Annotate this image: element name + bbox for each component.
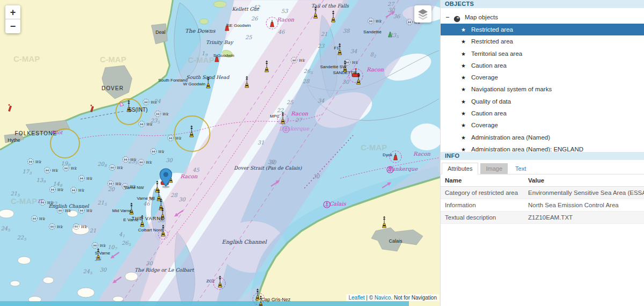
depth-sounding: 25 bbox=[245, 34, 252, 40]
column-header-name: Name bbox=[441, 174, 524, 187]
place-label: Colbart Nord bbox=[138, 228, 162, 232]
sea-area-label: English Channel bbox=[48, 203, 89, 209]
leaflet-link[interactable]: Leaflet bbox=[348, 295, 364, 301]
depth-sounding: 34 bbox=[350, 48, 357, 54]
svg-text:Wk: Wk bbox=[86, 209, 93, 213]
objects-tree-item[interactable]: ★Caution area bbox=[441, 107, 644, 119]
attribute-row: Textual descriptionZ1Z10EAM.TXT bbox=[441, 212, 644, 224]
wreck-symbol[interactable]: Wk bbox=[368, 18, 383, 24]
wreck-symbol[interactable]: Wk bbox=[92, 243, 107, 249]
depth-sounding: 30 bbox=[388, 7, 396, 13]
depth-sounding: 27 bbox=[295, 117, 303, 123]
place-label: Calais bbox=[389, 238, 402, 244]
place-label: SANDETTIE bbox=[333, 70, 357, 75]
svg-text:Wk: Wk bbox=[162, 112, 169, 116]
wreck-symbol[interactable]: Wk bbox=[151, 149, 165, 155]
objects-tree-item[interactable]: ★Administration area (Named): ENGLAND bbox=[441, 143, 644, 152]
wreck-symbol[interactable]: Wk bbox=[108, 181, 122, 187]
attribute-row: Category of restricted areaEnvironmental… bbox=[441, 187, 644, 199]
objects-tree-item[interactable]: ★Quality of data bbox=[441, 96, 644, 107]
place-label: Varne NE bbox=[137, 196, 155, 201]
place-label: S Varne bbox=[95, 251, 111, 256]
wreck-symbol[interactable]: Wk bbox=[168, 135, 182, 141]
zoom-out-button[interactable]: − bbox=[5, 19, 20, 33]
objects-tree-item[interactable]: ★Coverage bbox=[441, 119, 644, 131]
tree-item-label: Restricted area bbox=[471, 38, 513, 45]
svg-text:Wk: Wk bbox=[116, 166, 123, 170]
depth-sounding: 23 bbox=[318, 43, 325, 49]
star-icon: ★ bbox=[461, 96, 467, 108]
nautical-chart-map[interactable]: WkWkWkWkWkWkWkWkWkWkWkWkWkWkWkWkWkWkWkWk… bbox=[0, 0, 440, 306]
navico-link[interactable]: Navico bbox=[375, 295, 391, 301]
sea-area-label: Dover Strait (Pas de Calais) bbox=[234, 165, 302, 171]
wreck-symbol[interactable]: Wk bbox=[32, 216, 46, 222]
wreck-symbol[interactable]: Wk bbox=[79, 176, 93, 181]
depth-sounding: 22 bbox=[277, 107, 284, 113]
sea-area-label: The Ridge or Le Colbart bbox=[135, 267, 195, 273]
wreck-symbol[interactable]: Wk bbox=[345, 60, 359, 65]
star-icon: ★ bbox=[461, 144, 467, 152]
depth-sounding: 30 bbox=[313, 173, 320, 179]
depth-sounding: 21 bbox=[90, 228, 97, 234]
attribution-disclaimer: . Not for Navigation bbox=[391, 295, 437, 301]
objects-tree-item[interactable]: ★Restricted area bbox=[441, 35, 644, 47]
chart-cell-strip bbox=[0, 301, 409, 306]
layers-control[interactable] bbox=[414, 5, 431, 23]
objects-tree-item[interactable]: ★Navigational system of marks bbox=[441, 83, 644, 95]
wreck-symbol[interactable]: Wk bbox=[109, 165, 124, 171]
chart-canvas: WkWkWkWkWkWkWkWkWkWkWkWkWkWkWkWkWkWkWkWk… bbox=[0, 0, 440, 306]
depth-sounding: 30 bbox=[179, 196, 186, 202]
svg-text:Wk: Wk bbox=[175, 136, 182, 141]
wreck-symbol[interactable]: Wk bbox=[49, 224, 64, 230]
objects-tree-item[interactable]: ★Restricted area bbox=[441, 24, 644, 35]
depth-sounding: 30 bbox=[268, 159, 275, 165]
objects-tree-item[interactable]: ★Caution area bbox=[441, 60, 644, 71]
svg-text:Wk: Wk bbox=[375, 19, 382, 24]
info-tab-attributes[interactable]: Attributes bbox=[442, 163, 478, 174]
objects-tree-item[interactable]: ★Coverage bbox=[441, 71, 644, 83]
place-label: Hythe bbox=[8, 137, 20, 143]
tree-collapse-toggle[interactable]: − bbox=[444, 11, 451, 24]
svg-text:Wk: Wk bbox=[145, 161, 152, 165]
wreck-symbol[interactable]: Wk bbox=[74, 224, 88, 230]
magenta-label: Pilot bbox=[52, 130, 63, 135]
attribute-value: Environmentally Sensitive Sea Area (ESSA… bbox=[524, 187, 644, 199]
info-tab-image[interactable]: Image bbox=[480, 163, 508, 174]
info-tab-text[interactable]: Text bbox=[510, 163, 531, 174]
wreck-symbol[interactable]: Wk bbox=[28, 159, 42, 165]
wreck-symbol[interactable]: Wk bbox=[45, 167, 59, 173]
svg-text:Wk: Wk bbox=[35, 160, 42, 164]
svg-text:Wk: Wk bbox=[80, 225, 87, 229]
svg-text:Wk: Wk bbox=[115, 182, 122, 186]
wreck-symbol[interactable]: Wk bbox=[71, 187, 85, 193]
objects-panel-header: OBJECTS bbox=[441, 0, 644, 8]
objects-tree-item[interactable]: ★Administration area (Named) bbox=[441, 132, 644, 143]
objects-tree-item[interactable]: ★Territorial sea area bbox=[441, 48, 644, 60]
depth-sounding: 46 bbox=[278, 29, 286, 35]
place-label: Sandettié SW bbox=[320, 64, 347, 69]
depth-sounding: 30 bbox=[146, 260, 153, 266]
star-icon: ★ bbox=[461, 36, 467, 48]
place-label: DOVER bbox=[101, 85, 124, 91]
zoom-in-button[interactable]: + bbox=[5, 5, 20, 19]
wreck-symbol[interactable]: Wk bbox=[291, 57, 306, 63]
attribute-name: Information bbox=[441, 199, 524, 212]
sea-area-label: Tail of the Falls bbox=[311, 3, 349, 9]
svg-text:Wk: Wk bbox=[70, 166, 77, 171]
magenta-label: Dunkerque bbox=[279, 126, 310, 132]
map-zoom-control: + − bbox=[5, 5, 20, 33]
wreck-symbol[interactable]: Wk bbox=[155, 111, 170, 117]
magenta-label: Racon bbox=[277, 17, 294, 23]
depth-sounding: 30 bbox=[100, 267, 107, 273]
depth-sounding: 45 bbox=[193, 167, 200, 173]
wreck-symbol[interactable]: Wk bbox=[138, 159, 153, 165]
column-header-value: Value bbox=[524, 174, 644, 187]
place-label: SE Goodwin bbox=[227, 23, 251, 28]
side-panel: OBJECTS − Map objects ★Restricted area★R… bbox=[440, 0, 644, 306]
place-label: ZC2 bbox=[206, 279, 215, 283]
magenta-label: Calais bbox=[329, 201, 346, 207]
tree-root-row[interactable]: − Map objects bbox=[441, 11, 644, 24]
place-label: THE VARNE bbox=[131, 216, 165, 221]
svg-text:Wk: Wk bbox=[64, 209, 71, 213]
attribute-row: InformationNorth Sea Emission Control Ar… bbox=[441, 199, 644, 212]
